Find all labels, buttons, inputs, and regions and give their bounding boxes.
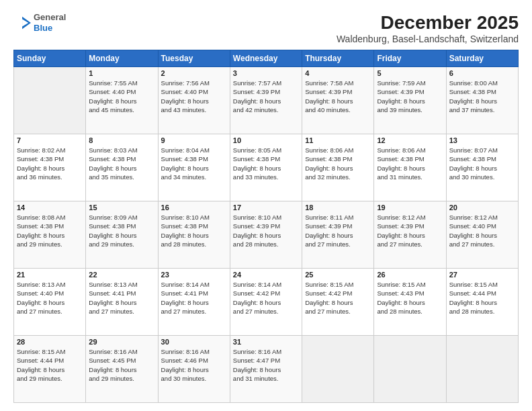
calendar-cell: 29Sunrise: 8:16 AM Sunset: 4:45 PM Dayli… <box>86 336 158 403</box>
calendar-cell: 22Sunrise: 8:13 AM Sunset: 4:41 PM Dayli… <box>86 269 158 336</box>
day-info: Sunrise: 8:13 AM Sunset: 4:41 PM Dayligh… <box>89 280 154 316</box>
day-number: 24 <box>233 271 299 279</box>
calendar-cell: 10Sunrise: 8:05 AM Sunset: 4:38 PM Dayli… <box>230 134 302 201</box>
day-info: Sunrise: 8:15 AM Sunset: 4:44 PM Dayligh… <box>449 280 515 316</box>
day-number: 12 <box>377 136 443 144</box>
calendar-cell: 26Sunrise: 8:15 AM Sunset: 4:43 PM Dayli… <box>374 269 446 336</box>
day-number: 21 <box>17 271 83 279</box>
day-info: Sunrise: 8:14 AM Sunset: 4:42 PM Dayligh… <box>233 280 299 316</box>
day-number: 31 <box>233 338 299 346</box>
calendar-cell: 21Sunrise: 8:13 AM Sunset: 4:40 PM Dayli… <box>14 269 86 336</box>
calendar-cell: 19Sunrise: 8:12 AM Sunset: 4:39 PM Dayli… <box>374 201 446 269</box>
day-number: 22 <box>89 271 154 279</box>
day-header-tuesday: Tuesday <box>158 50 230 67</box>
day-number: 26 <box>377 271 443 279</box>
day-info: Sunrise: 8:15 AM Sunset: 4:42 PM Dayligh… <box>305 280 371 316</box>
calendar-cell <box>446 336 518 403</box>
day-info: Sunrise: 8:10 AM Sunset: 4:38 PM Dayligh… <box>161 213 227 248</box>
calendar-cell: 16Sunrise: 8:10 AM Sunset: 4:38 PM Dayli… <box>158 201 230 269</box>
day-number: 20 <box>449 203 515 212</box>
logo-general-text: General <box>34 12 66 22</box>
day-info: Sunrise: 8:08 AM Sunset: 4:38 PM Dayligh… <box>17 213 83 248</box>
day-info: Sunrise: 8:03 AM Sunset: 4:38 PM Dayligh… <box>89 146 154 181</box>
calendar-cell: 17Sunrise: 8:10 AM Sunset: 4:39 PM Dayli… <box>230 201 302 269</box>
day-info: Sunrise: 7:59 AM Sunset: 4:39 PM Dayligh… <box>377 79 443 114</box>
logo-icon <box>13 15 32 30</box>
day-info: Sunrise: 8:07 AM Sunset: 4:38 PM Dayligh… <box>449 146 515 181</box>
logo: General Blue <box>13 12 66 33</box>
day-number: 23 <box>161 271 227 279</box>
calendar-cell: 31Sunrise: 8:16 AM Sunset: 4:47 PM Dayli… <box>230 336 302 403</box>
day-info: Sunrise: 8:16 AM Sunset: 4:46 PM Dayligh… <box>161 347 227 383</box>
day-info: Sunrise: 8:06 AM Sunset: 4:38 PM Dayligh… <box>377 146 443 181</box>
day-info: Sunrise: 7:56 AM Sunset: 4:40 PM Dayligh… <box>161 79 227 114</box>
calendar-header: SundayMondayTuesdayWednesdayThursdayFrid… <box>14 50 519 67</box>
day-info: Sunrise: 8:11 AM Sunset: 4:39 PM Dayligh… <box>305 213 371 248</box>
calendar-cell: 28Sunrise: 8:15 AM Sunset: 4:44 PM Dayli… <box>14 336 86 403</box>
day-info: Sunrise: 8:12 AM Sunset: 4:39 PM Dayligh… <box>377 213 443 248</box>
days-of-week-row: SundayMondayTuesdayWednesdayThursdayFrid… <box>14 50 519 67</box>
day-number: 14 <box>17 203 83 212</box>
day-header-friday: Friday <box>374 50 446 67</box>
calendar-cell: 27Sunrise: 8:15 AM Sunset: 4:44 PM Dayli… <box>446 269 518 336</box>
day-number: 19 <box>377 203 443 212</box>
calendar-cell: 30Sunrise: 8:16 AM Sunset: 4:46 PM Dayli… <box>158 336 230 403</box>
day-info: Sunrise: 8:12 AM Sunset: 4:40 PM Dayligh… <box>449 213 515 248</box>
calendar-cell: 18Sunrise: 8:11 AM Sunset: 4:39 PM Dayli… <box>302 201 374 269</box>
calendar-cell: 9Sunrise: 8:04 AM Sunset: 4:38 PM Daylig… <box>158 134 230 201</box>
calendar-cell <box>374 336 446 403</box>
calendar-table: SundayMondayTuesdayWednesdayThursdayFrid… <box>13 50 519 403</box>
day-number: 18 <box>305 203 371 212</box>
calendar-cell: 5Sunrise: 7:59 AM Sunset: 4:39 PM Daylig… <box>374 67 446 134</box>
calendar-cell: 8Sunrise: 8:03 AM Sunset: 4:38 PM Daylig… <box>86 134 158 201</box>
day-info: Sunrise: 7:58 AM Sunset: 4:39 PM Dayligh… <box>305 79 371 114</box>
calendar-cell: 23Sunrise: 8:14 AM Sunset: 4:41 PM Dayli… <box>158 269 230 336</box>
calendar-cell: 20Sunrise: 8:12 AM Sunset: 4:40 PM Dayli… <box>446 201 518 269</box>
header: General Blue December 2025 Waldenburg, B… <box>13 12 519 44</box>
day-number: 9 <box>161 136 227 144</box>
day-info: Sunrise: 8:04 AM Sunset: 4:38 PM Dayligh… <box>161 146 227 181</box>
day-number: 27 <box>449 271 515 279</box>
day-number: 2 <box>161 69 227 77</box>
calendar-cell: 14Sunrise: 8:08 AM Sunset: 4:38 PM Dayli… <box>14 201 86 269</box>
day-number: 11 <box>305 136 371 144</box>
week-row-3: 14Sunrise: 8:08 AM Sunset: 4:38 PM Dayli… <box>14 201 519 269</box>
day-number: 1 <box>89 69 154 77</box>
calendar-cell: 11Sunrise: 8:06 AM Sunset: 4:38 PM Dayli… <box>302 134 374 201</box>
day-number: 17 <box>233 203 299 212</box>
day-number: 30 <box>161 338 227 346</box>
day-number: 5 <box>377 69 443 77</box>
day-info: Sunrise: 8:16 AM Sunset: 4:47 PM Dayligh… <box>233 347 299 383</box>
page: General Blue December 2025 Waldenburg, B… <box>0 0 532 411</box>
logo-text: General Blue <box>34 12 66 33</box>
day-number: 25 <box>305 271 371 279</box>
day-info: Sunrise: 8:14 AM Sunset: 4:41 PM Dayligh… <box>161 280 227 316</box>
day-number: 10 <box>233 136 299 144</box>
day-number: 15 <box>89 203 154 212</box>
day-number: 13 <box>449 136 515 144</box>
logo-blue-text: Blue <box>34 23 52 33</box>
calendar-cell: 13Sunrise: 8:07 AM Sunset: 4:38 PM Dayli… <box>446 134 518 201</box>
calendar-cell: 7Sunrise: 8:02 AM Sunset: 4:38 PM Daylig… <box>14 134 86 201</box>
day-info: Sunrise: 8:16 AM Sunset: 4:45 PM Dayligh… <box>89 347 154 383</box>
day-header-thursday: Thursday <box>302 50 374 67</box>
day-info: Sunrise: 8:15 AM Sunset: 4:43 PM Dayligh… <box>377 280 443 316</box>
day-info: Sunrise: 8:09 AM Sunset: 4:38 PM Dayligh… <box>89 213 154 248</box>
day-info: Sunrise: 8:00 AM Sunset: 4:38 PM Dayligh… <box>449 79 515 114</box>
week-row-2: 7Sunrise: 8:02 AM Sunset: 4:38 PM Daylig… <box>14 134 519 201</box>
day-info: Sunrise: 8:05 AM Sunset: 4:38 PM Dayligh… <box>233 146 299 181</box>
day-number: 7 <box>17 136 83 144</box>
calendar-cell: 25Sunrise: 8:15 AM Sunset: 4:42 PM Dayli… <box>302 269 374 336</box>
calendar-cell <box>302 336 374 403</box>
day-header-saturday: Saturday <box>446 50 518 67</box>
calendar-cell: 4Sunrise: 7:58 AM Sunset: 4:39 PM Daylig… <box>302 67 374 134</box>
day-number: 8 <box>89 136 154 144</box>
day-number: 4 <box>305 69 371 77</box>
calendar-cell: 1Sunrise: 7:55 AM Sunset: 4:40 PM Daylig… <box>86 67 158 134</box>
week-row-1: 1Sunrise: 7:55 AM Sunset: 4:40 PM Daylig… <box>14 67 519 134</box>
calendar-cell <box>14 67 86 134</box>
calendar-cell: 3Sunrise: 7:57 AM Sunset: 4:39 PM Daylig… <box>230 67 302 134</box>
page-subtitle: Waldenburg, Basel-Landschaft, Switzerlan… <box>337 34 519 44</box>
day-info: Sunrise: 8:10 AM Sunset: 4:39 PM Dayligh… <box>233 213 299 248</box>
day-number: 29 <box>89 338 154 346</box>
